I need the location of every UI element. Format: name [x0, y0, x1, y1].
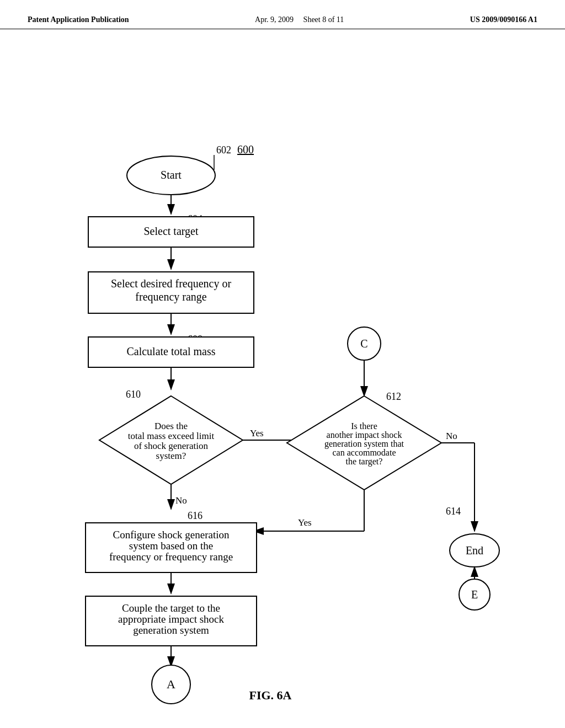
flowchart-content: 600 602 Start 604 Select target 606 Se — [0, 29, 565, 724]
yes-label-mass: Yes — [250, 428, 264, 438]
select-freq-label-1: Select desired frequency or — [111, 277, 232, 290]
node-610-id: 610 — [126, 389, 141, 400]
configure-label-2: system based on the — [129, 540, 214, 552]
decision-another-label-1: Is there — [351, 421, 377, 431]
decision-another-label-4: can accommodate — [332, 448, 396, 457]
configure-label-1: Configure shock generation — [113, 529, 230, 540]
figure-label: FIG. 6A — [249, 688, 292, 702]
decision-mass-label-2: total mass exceed limit — [128, 431, 215, 441]
configure-label-3: frequency or frequency range — [109, 551, 233, 563]
page-header: Patent Application Publication Apr. 9, 2… — [0, 0, 565, 29]
end-label: End — [466, 544, 483, 556]
group-600-label: 600 — [237, 143, 254, 156]
no-label-another: No — [446, 431, 457, 441]
connector-c-label: C — [360, 338, 367, 350]
decision-mass-label-1: Does the — [154, 421, 188, 431]
flowchart-svg: 600 602 Start 604 Select target 606 Se — [0, 51, 565, 728]
yes-label-another: Yes — [298, 517, 312, 528]
decision-mass-label-3: of shock generation — [134, 441, 209, 451]
patent-number-label: US 2009/0090166 A1 — [470, 15, 537, 24]
no-label-mass: No — [175, 495, 187, 506]
publication-label: Patent Application Publication — [28, 15, 129, 24]
connector-a-label: A — [167, 677, 175, 691]
decision-mass-label-4: system? — [156, 451, 186, 461]
start-id-label: 602 — [216, 144, 231, 156]
calc-mass-label: Calculate total mass — [126, 345, 215, 357]
node-614-id: 614 — [446, 506, 461, 517]
couple-label-1: Couple the target to the — [122, 602, 220, 614]
select-target-label: Select target — [143, 225, 198, 238]
couple-label-3: generation system — [133, 624, 209, 636]
sheet-label: Sheet 8 of 11 — [303, 15, 344, 24]
select-freq-label-2: frequency range — [135, 291, 206, 303]
flowchart-container: 600 602 Start 604 Select target 606 Se — [0, 51, 565, 728]
decision-another-label-5: the target? — [346, 457, 383, 467]
date-label: Apr. 9, 2009 — [255, 15, 294, 24]
connector-e-label: E — [471, 588, 478, 601]
node-616-id: 616 — [188, 510, 202, 521]
date-sheet-label: Apr. 9, 2009 Sheet 8 of 11 — [255, 15, 344, 24]
couple-label-2: appropriate impact shock — [118, 613, 225, 625]
node-612-id: 612 — [386, 391, 401, 402]
start-label: Start — [161, 169, 182, 181]
